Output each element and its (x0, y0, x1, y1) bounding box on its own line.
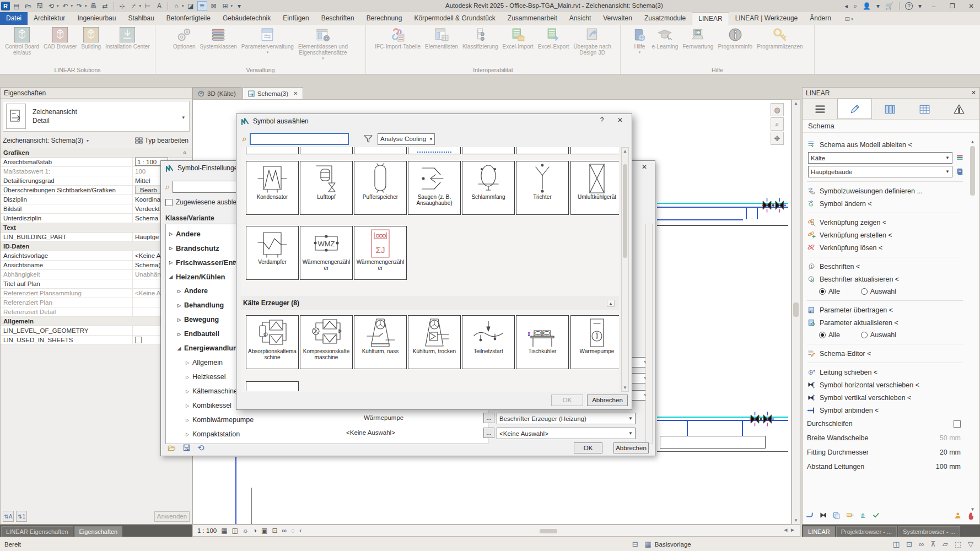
horizontal-scrollbar-thumb[interactable] (540, 529, 557, 533)
reveal-hidden-icon[interactable]: ◌ (291, 527, 295, 534)
help-circle-icon[interactable]: ? (905, 2, 913, 10)
ribbon-button--bergabe-nach[interactable]: Übergabe nach Design 3D (571, 27, 613, 56)
revit-r-logo[interactable]: R (1, 2, 10, 10)
browse-button[interactable]: ... (483, 428, 494, 438)
dimension-icon[interactable]: ⊢ (143, 1, 153, 11)
user-orange-icon[interactable] (954, 511, 963, 520)
ribbon-button-fernwartung[interactable]: Fernwartung (680, 27, 715, 55)
symbol-tile-kompressionskältemaschine[interactable]: Kompressionskältemaschine (300, 315, 353, 369)
save-icon[interactable]: 🖫 (182, 443, 191, 452)
scroll-up-icon[interactable]: ▲ (969, 139, 976, 144)
ribbon-tab-zusatzmodule[interactable]: Zusatzmodule (638, 12, 692, 25)
tree-expanded-icon[interactable]: ◢ (177, 346, 184, 351)
back-icon[interactable]: ◂ (844, 2, 848, 10)
symbol-tile-wärmemengenzähler[interactable]: WMZWärmemengenzähler (300, 226, 353, 280)
checkbox[interactable] (135, 337, 142, 343)
close-icon[interactable]: ✕ (613, 116, 627, 124)
show-crop-icon[interactable]: ⊡ (272, 527, 277, 534)
ribbon-tab--ndern[interactable]: Ändern (804, 12, 837, 25)
ribbon-button-programminfo[interactable]: Programminfo (715, 27, 755, 55)
ribbon-button-excel-export[interactable]: Excel-Export (536, 27, 572, 56)
palette-item-parameter-aktualisieren[interactable]: Parameter aktualisieren < (803, 316, 967, 329)
sun-path-icon[interactable]: ☼ (243, 527, 249, 534)
help-button[interactable]: ? (596, 116, 607, 124)
symbol-tile-saugen-z-b-ansaughaube[interactable]: Saugen (z. B. Ansaughaube) (408, 161, 461, 215)
close-icon[interactable]: ✕ (637, 163, 651, 171)
design-options-icon[interactable]: ◫ (893, 540, 900, 548)
drag-selection-icon[interactable]: ⬚ (955, 540, 961, 548)
print-icon[interactable]: 🖶 (89, 1, 99, 11)
palette-tab-menu-icon[interactable] (803, 99, 837, 119)
ribbon-button-installation-center[interactable]: Installation Center (103, 27, 152, 56)
scroll-down-icon[interactable]: ▼ (792, 518, 800, 523)
browse-button[interactable]: ... (483, 413, 494, 423)
dialog-titlebar[interactable]: Symbol auswählen (236, 114, 632, 128)
beschrifter-combo[interactable]: Beschrifter Erzeuger (Heizung)▼ (497, 413, 636, 424)
panel-tab-linear-eigenschaften[interactable]: LINEAR Eigenschaften (1, 526, 73, 537)
tree-collapsed-icon[interactable]: ▷ (186, 418, 192, 423)
dropdown-caret-icon[interactable]: ▾ (57, 4, 59, 8)
close-icon[interactable]: ✕ (293, 90, 298, 96)
redo-icon[interactable]: ↷ (74, 1, 84, 11)
building-book-icon[interactable] (956, 168, 965, 176)
scrollbar-thumb[interactable] (623, 164, 627, 258)
tree-item-kombiw-rmepumpe[interactable]: ▷Kombiwärmepumpe (166, 413, 488, 427)
ribbon-tab-ingenieurbau[interactable]: Ingenieurbau (71, 12, 122, 25)
tree-collapsed-icon[interactable]: ▷ (186, 403, 192, 408)
properties-icon[interactable]: ▤ (12, 1, 21, 11)
check-tool-icon[interactable] (872, 511, 881, 520)
sort-grouped-icon[interactable]: ⇅1 (16, 511, 27, 522)
ribbon-tab-k-rpermodell-grundst-ck[interactable]: Körpermodell & Grundstück (408, 12, 501, 25)
value-button[interactable]: Bearb (135, 186, 162, 194)
ribbon-tab-datei[interactable]: Datei (0, 12, 28, 25)
field-value[interactable]: 20 mm (940, 449, 961, 456)
checkbox[interactable] (165, 199, 173, 206)
symbol-tile-trichter[interactable]: Trichter (516, 161, 569, 215)
view-scale-label[interactable]: 1 : 100 (197, 527, 217, 534)
dropdown-caret-icon[interactable]: ▾ (231, 4, 233, 8)
symbol-tile-umluftkühlgerät[interactable]: Umluftkühlgerät (570, 161, 619, 215)
pipe-tool-icon[interactable] (806, 511, 815, 520)
filter-icon[interactable]: ▽ (968, 540, 973, 548)
field-value[interactable]: 100 mm (936, 463, 961, 471)
palette-item-beschrifter-aktualisieren[interactable]: 1Beschrifter aktualisieren < (803, 273, 967, 285)
palette-item-symbol-horizontal-verschieben[interactable]: Symbol horizontal verschieben < (803, 379, 967, 391)
collapse-chevron-icon[interactable]: « (180, 151, 189, 154)
panel-tab-linear[interactable]: LINEAR (803, 526, 835, 537)
symbol-tile-kühlturm-trocken[interactable]: Kühlturm, trocken (408, 315, 461, 369)
close-icon[interactable]: ✕ (971, 89, 976, 96)
flame-red-icon[interactable] (967, 511, 976, 520)
tree-collapsed-icon[interactable]: ▷ (177, 289, 184, 294)
scroll-up-icon[interactable]: ▲ (622, 149, 628, 154)
visual-style-icon[interactable]: ◫ (232, 527, 238, 534)
combo-box[interactable]: Kälte▼ (808, 152, 952, 164)
radio-alle[interactable]: Alle (819, 288, 840, 295)
ribbon-tab-stahlbau[interactable]: Stahlbau (122, 12, 160, 25)
ribbon-tab-linear[interactable]: LINEAR (692, 12, 729, 25)
collapse-bar-icon[interactable]: ‹ (299, 527, 301, 534)
palette-item-symbolzuweisungen-definieren[interactable]: Symbolzuweisungen definieren ... (803, 185, 967, 197)
tree-collapsed-icon[interactable]: ▷ (177, 317, 184, 322)
ribbon-tab-linear-werkzeuge[interactable]: LINEAR | Werkzeuge (729, 12, 804, 25)
close-hidden-icon[interactable]: ⊠ (209, 1, 219, 11)
worksets-icon[interactable]: ⊟ (632, 540, 638, 548)
horizontal-scroll-arrows[interactable]: ◄ ► (783, 527, 795, 533)
measure-icon[interactable]: ⌿ (129, 1, 139, 11)
symbol-tile-absorptionskältemaschine[interactable]: Absorptionskältemaschine (246, 315, 299, 369)
switch-windows-icon[interactable]: ⊞ (220, 1, 230, 11)
thin-lines-icon[interactable]: ≣ (197, 1, 207, 11)
shadows-icon[interactable]: ◑ (253, 527, 257, 534)
dropdown-caret-icon[interactable]: ▾ (851, 17, 853, 21)
ribbon-button-optionen[interactable]: Optionen (171, 27, 198, 61)
schema-pages-icon[interactable] (832, 511, 842, 520)
ribbon-tab-berechnung[interactable]: Berechnung (360, 12, 408, 25)
palette-tab-warning-icon[interactable] (941, 99, 976, 119)
pan-tool-icon[interactable]: ✥ (771, 132, 784, 145)
save-icon[interactable]: 🖫 (35, 1, 45, 11)
symbol-tile-partial[interactable] (516, 147, 569, 154)
search-input[interactable] (250, 133, 349, 145)
ribbon-button-klassifizierung[interactable]: Klassifizierung (460, 27, 500, 56)
search-binoculars-icon[interactable]: ⌕ (853, 2, 857, 10)
minimize-button[interactable]: – (927, 3, 940, 9)
ribbon-button-ifc-import-tabelle[interactable]: IFC-Import-Tabelle (373, 27, 423, 56)
